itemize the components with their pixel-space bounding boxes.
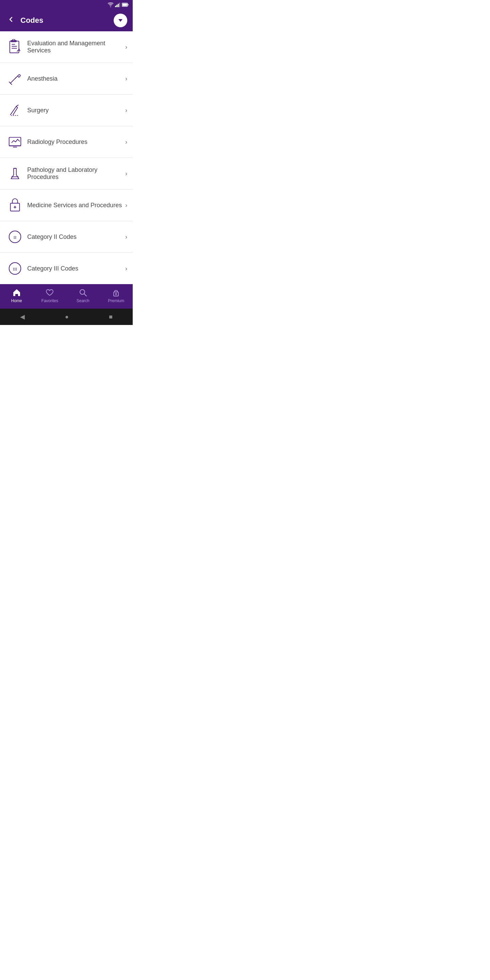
svg-rect-1 (116, 5, 118, 7)
svg-line-21 (16, 105, 18, 107)
status-bar (0, 0, 133, 10)
back-button[interactable] (5, 14, 16, 27)
android-home-button[interactable]: ● (65, 313, 69, 321)
category-ii-chevron: › (125, 234, 127, 240)
nav-search-label: Search (76, 298, 89, 303)
surgery-chevron: › (125, 107, 127, 114)
app-header: Codes (0, 10, 133, 31)
android-recent-button[interactable]: ■ (109, 313, 113, 321)
wifi-icon (108, 2, 114, 7)
signal-icon (115, 2, 121, 7)
medicine-chevron: › (125, 202, 127, 209)
nav-premium-label: Premium (108, 298, 124, 303)
radiology-label: Radiology Procedures (24, 138, 125, 146)
svg-marker-7 (118, 19, 123, 22)
battery-icon (122, 3, 129, 7)
header-left: Codes (5, 14, 43, 27)
svg-rect-6 (123, 4, 127, 6)
nav-item-search[interactable]: Search (66, 288, 100, 303)
svg-rect-37 (115, 293, 117, 295)
surgery-icon (5, 101, 24, 120)
svg-rect-36 (114, 292, 118, 296)
svg-rect-5 (128, 4, 129, 5)
category-iii-label: Category III Codes (24, 265, 125, 272)
svg-rect-2 (118, 4, 119, 7)
radiology-icon (5, 132, 24, 151)
svg-rect-0 (115, 6, 116, 7)
nav-item-premium[interactable]: Premium (100, 288, 133, 303)
search-icon (79, 288, 88, 297)
status-icons (108, 2, 129, 7)
category-ii-icon: II (5, 227, 24, 247)
category-iii-icon: III (5, 259, 24, 278)
dropdown-button[interactable] (114, 14, 127, 27)
surgery-label: Surgery (24, 107, 125, 114)
nav-home-label: Home (11, 298, 22, 303)
page-title: Codes (21, 16, 43, 25)
pathology-icon (5, 164, 24, 183)
list-item-medicine[interactable]: Medicine Services and Procedures › (0, 189, 133, 221)
evaluation-icon (5, 37, 24, 56)
svg-text:II: II (14, 235, 17, 240)
list-item-anesthesia[interactable]: Anesthesia › (0, 63, 133, 95)
android-back-button[interactable]: ◀ (20, 313, 25, 321)
evaluation-label: Evaluation and Management Services (24, 40, 125, 54)
anesthesia-chevron: › (125, 75, 127, 82)
svg-line-19 (15, 77, 16, 79)
medicine-label: Medicine Services and Procedures (24, 202, 125, 209)
home-icon (12, 288, 21, 297)
pathology-chevron: › (125, 170, 127, 177)
nav-item-home[interactable]: Home (0, 288, 33, 303)
list-item-evaluation[interactable]: Evaluation and Management Services › (0, 31, 133, 63)
category-ii-label: Category II Codes (24, 234, 125, 240)
bottom-nav: Home Favorites Search Premium (0, 284, 133, 309)
nav-item-favorites[interactable]: Favorites (33, 288, 67, 303)
medicine-icon (5, 196, 24, 215)
list-item-pathology[interactable]: Pathology and Laboratory Procedures › (0, 158, 133, 189)
premium-icon (111, 288, 121, 297)
anesthesia-icon (5, 69, 24, 88)
dropdown-arrow-icon (118, 18, 123, 23)
list-item-category-iii[interactable]: III Category III Codes › (0, 253, 133, 284)
nav-favorites-label: Favorites (41, 298, 58, 303)
list-item-category-ii[interactable]: II Category II Codes › (0, 221, 133, 253)
category-iii-chevron: › (125, 265, 127, 272)
evaluation-chevron: › (125, 43, 127, 51)
anesthesia-label: Anesthesia (24, 75, 125, 82)
list-item-surgery[interactable]: Surgery › (0, 95, 133, 126)
svg-rect-3 (119, 3, 120, 7)
android-nav-bar: ◀ ● ■ (0, 309, 133, 325)
svg-line-35 (84, 294, 86, 296)
category-list: Evaluation and Management Services › Ane… (0, 31, 133, 284)
svg-line-18 (9, 82, 11, 83)
radiology-chevron: › (125, 138, 127, 146)
pathology-label: Pathology and Laboratory Procedures (24, 166, 125, 181)
list-item-radiology[interactable]: Radiology Procedures › (0, 126, 133, 158)
favorites-icon (45, 288, 54, 297)
svg-text:III: III (13, 267, 17, 272)
